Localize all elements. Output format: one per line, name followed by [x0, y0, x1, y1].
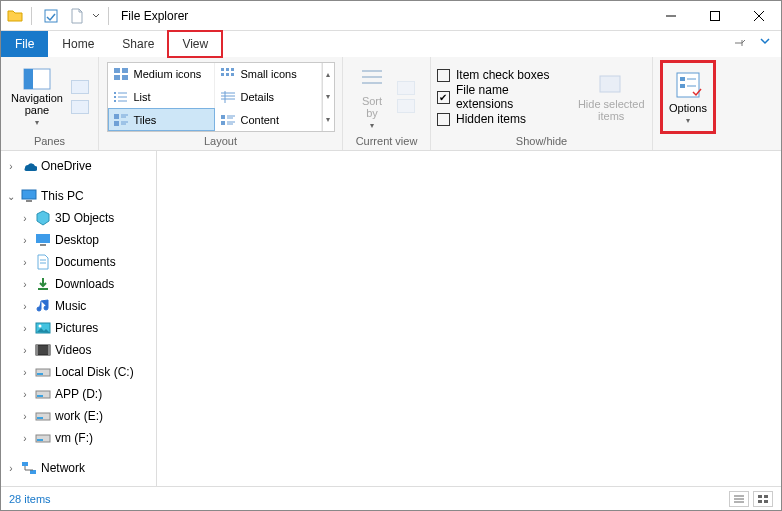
- svg-rect-42: [680, 77, 685, 81]
- navigation-tree[interactable]: ›OneDrive ⌄This PC ›3D Objects ›Desktop …: [1, 151, 157, 486]
- svg-rect-5: [114, 68, 120, 73]
- workspace: ›OneDrive ⌄This PC ›3D Objects ›Desktop …: [1, 151, 781, 486]
- group-label-panes: Panes: [1, 133, 98, 150]
- window-title: File Explorer: [121, 9, 188, 23]
- svg-rect-55: [36, 345, 38, 355]
- svg-rect-8: [122, 75, 128, 80]
- tree-downloads[interactable]: ›Downloads: [1, 273, 156, 295]
- folder-icon: [7, 8, 23, 24]
- svg-rect-54: [36, 345, 50, 355]
- check-item-check-boxes[interactable]: Item check boxes: [437, 65, 568, 85]
- tab-share[interactable]: Share: [108, 31, 168, 57]
- layout-content[interactable]: Content: [215, 108, 322, 131]
- tree-work-e[interactable]: ›work (E:): [1, 405, 156, 427]
- layout-scroll-down[interactable]: ▾: [323, 86, 334, 109]
- title-bar: File Explorer: [1, 1, 781, 31]
- svg-rect-73: [764, 500, 768, 503]
- tree-3d-objects[interactable]: ›3D Objects: [1, 207, 156, 229]
- pin-ribbon-icon[interactable]: [733, 36, 747, 50]
- tree-local-disk-c[interactable]: ›Local Disk (C:): [1, 361, 156, 383]
- add-columns-button[interactable]: [397, 81, 415, 95]
- help-dropdown[interactable]: [759, 35, 771, 47]
- tab-view[interactable]: View: [168, 31, 222, 57]
- view-details-switch[interactable]: [729, 491, 749, 507]
- svg-rect-13: [226, 73, 229, 76]
- qat-new-button[interactable]: [66, 5, 88, 27]
- tree-documents[interactable]: ›Documents: [1, 251, 156, 273]
- details-pane-button[interactable]: [71, 100, 89, 114]
- layout-tiles[interactable]: Tiles: [108, 108, 215, 131]
- tree-network[interactable]: ›Network: [1, 457, 156, 479]
- tree-desktop[interactable]: ›Desktop: [1, 229, 156, 251]
- svg-rect-25: [114, 114, 119, 119]
- svg-rect-4: [24, 69, 33, 89]
- svg-rect-12: [221, 73, 224, 76]
- options-button[interactable]: Options ▾: [663, 63, 713, 131]
- check-hidden-items[interactable]: Hidden items: [437, 109, 568, 129]
- navigation-pane-button[interactable]: Navigation pane ▾: [7, 68, 67, 127]
- svg-rect-10: [226, 68, 229, 71]
- svg-rect-44: [680, 84, 685, 88]
- svg-rect-62: [37, 417, 43, 419]
- svg-rect-19: [114, 100, 116, 102]
- svg-rect-66: [30, 470, 36, 474]
- svg-rect-6: [122, 68, 128, 73]
- svg-rect-0: [45, 10, 57, 22]
- hide-selected-items-button[interactable]: Hide selected items: [576, 72, 646, 122]
- tree-pictures[interactable]: ›Pictures: [1, 317, 156, 339]
- ribbon-tabs: File Home Share View: [1, 31, 781, 57]
- size-columns-button[interactable]: [397, 99, 415, 113]
- tree-onedrive[interactable]: ›OneDrive: [1, 155, 156, 177]
- svg-point-53: [39, 325, 42, 328]
- close-button[interactable]: [737, 2, 781, 30]
- tree-app-d[interactable]: ›APP (D:): [1, 383, 156, 405]
- svg-rect-2: [711, 11, 720, 20]
- svg-rect-28: [114, 121, 119, 126]
- sort-by-button[interactable]: Sort by ▾: [349, 65, 395, 129]
- svg-rect-71: [764, 495, 768, 498]
- svg-rect-58: [37, 373, 43, 375]
- preview-pane-button[interactable]: [71, 80, 89, 94]
- svg-rect-7: [114, 75, 120, 80]
- svg-rect-64: [37, 439, 43, 441]
- tree-music[interactable]: ›Music: [1, 295, 156, 317]
- tree-this-pc[interactable]: ⌄This PC: [1, 185, 156, 207]
- view-large-switch[interactable]: [753, 491, 773, 507]
- layout-scroll-up[interactable]: ▴: [323, 63, 334, 86]
- tree-vm-f[interactable]: ›vm (F:): [1, 427, 156, 449]
- svg-rect-15: [114, 92, 116, 94]
- tab-home[interactable]: Home: [48, 31, 108, 57]
- qat-properties-button[interactable]: [40, 5, 62, 27]
- svg-rect-40: [600, 76, 620, 92]
- svg-rect-65: [22, 462, 28, 466]
- ribbon-view: Navigation pane ▾ Panes Medium icons Sma…: [1, 57, 781, 151]
- file-explorer-window: File Explorer File Home Share View Navig…: [0, 0, 782, 511]
- svg-rect-9: [221, 68, 224, 71]
- layout-scroll-more[interactable]: ▾: [323, 108, 334, 131]
- chevron-down-icon: ▾: [686, 116, 690, 125]
- layout-gallery: Medium icons Small icons ▴ ▾ ▾ List Deta…: [107, 62, 335, 132]
- svg-rect-46: [22, 190, 36, 199]
- svg-rect-17: [114, 96, 116, 98]
- check-file-name-extensions[interactable]: ✔File name extensions: [437, 87, 568, 107]
- status-item-count: 28 items: [9, 493, 51, 505]
- chevron-down-icon: ▾: [35, 118, 39, 127]
- svg-rect-56: [48, 345, 50, 355]
- svg-rect-60: [37, 395, 43, 397]
- qat-dropdown[interactable]: [92, 12, 100, 20]
- layout-medium-icons[interactable]: Medium icons: [108, 63, 215, 86]
- group-label-current-view: Current view: [343, 133, 430, 150]
- content-pane[interactable]: [157, 151, 781, 486]
- maximize-button[interactable]: [693, 2, 737, 30]
- layout-details[interactable]: Details: [215, 86, 322, 109]
- tree-videos[interactable]: ›Videos: [1, 339, 156, 361]
- layout-small-icons[interactable]: Small icons: [215, 63, 322, 86]
- svg-rect-47: [26, 200, 32, 202]
- layout-list[interactable]: List: [108, 86, 215, 109]
- svg-rect-31: [221, 115, 225, 119]
- tab-file[interactable]: File: [1, 31, 48, 57]
- group-label-layout: Layout: [99, 133, 342, 150]
- navigation-pane-label: Navigation pane: [11, 92, 63, 116]
- minimize-button[interactable]: [649, 2, 693, 30]
- svg-rect-34: [221, 121, 225, 125]
